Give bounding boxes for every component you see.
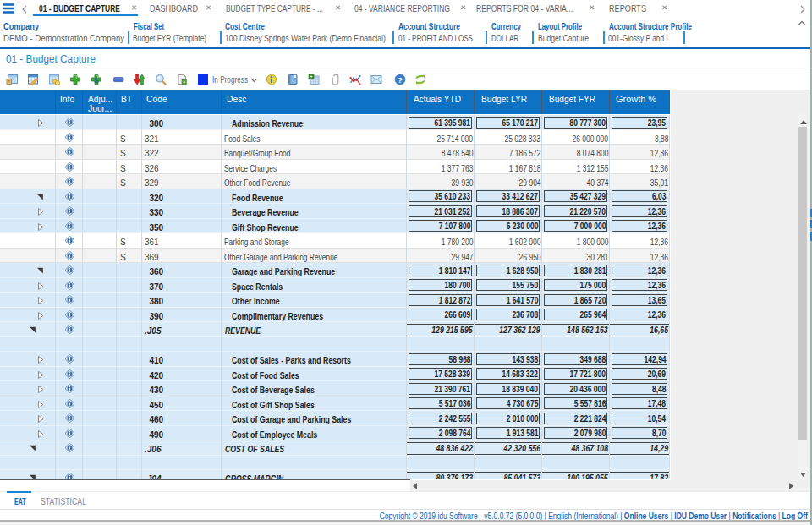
svg-text:$: $ [94, 75, 99, 85]
svg-text:?: ? [398, 75, 403, 85]
